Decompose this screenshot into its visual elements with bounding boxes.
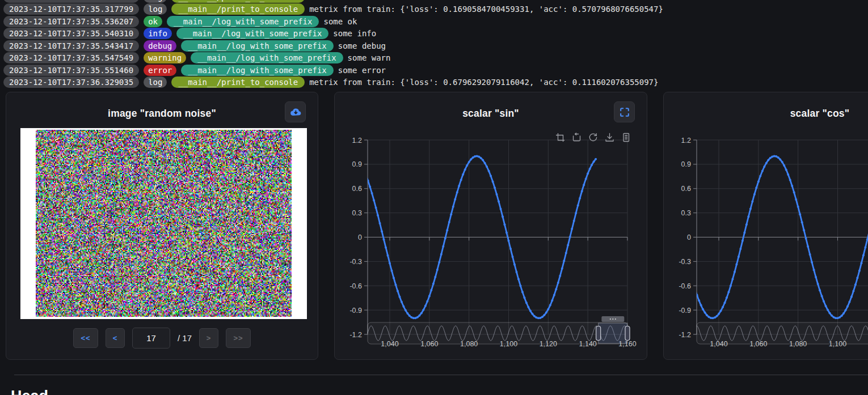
svg-text:0: 0 bbox=[687, 233, 691, 241]
section-divider bbox=[14, 375, 868, 375]
log-level-badge: info bbox=[144, 28, 172, 39]
noise-figure bbox=[20, 128, 307, 319]
log-level-badge: log bbox=[144, 77, 167, 88]
page-input[interactable] bbox=[132, 328, 170, 349]
svg-text:0.9: 0.9 bbox=[352, 160, 362, 168]
log-row: 2023-12-10T17:37:35.551460error__main__/… bbox=[3, 64, 663, 77]
scalar-sin-card: scalar "sin" bbox=[334, 92, 647, 360]
download-image-button[interactable] bbox=[285, 101, 306, 122]
log-message: metrix from train: {'loss': 0.6796292079… bbox=[309, 78, 658, 87]
log-level-badge: warning bbox=[144, 52, 186, 63]
log-source-badge: __main__/log_with_some_prefix bbox=[167, 16, 319, 27]
pagination: << < / 17 > >> bbox=[6, 328, 318, 349]
log-source-badge: __main__/log_with_some_prefix bbox=[176, 28, 328, 39]
log-timestamp: 2023-12-10T17:37:35.540310 bbox=[3, 28, 139, 39]
svg-text:-0.9: -0.9 bbox=[349, 307, 362, 315]
svg-text:-1.2: -1.2 bbox=[679, 331, 691, 339]
log-level-badge: debug bbox=[144, 40, 176, 52]
log-message: some ok bbox=[323, 17, 357, 26]
svg-text:-0.9: -0.9 bbox=[679, 307, 691, 315]
svg-text:0: 0 bbox=[358, 233, 362, 241]
data-view-icon[interactable] bbox=[621, 133, 631, 142]
datazoom-handle[interactable] bbox=[625, 326, 630, 341]
svg-text:0.9: 0.9 bbox=[681, 160, 691, 168]
log-timestamp: 2023-12-10T17:37:35.543417 bbox=[3, 40, 139, 52]
noise-image bbox=[36, 130, 292, 317]
log-timestamp: 2023-12-10T17:37:35.536207 bbox=[3, 16, 139, 27]
log-source-badge: __main__/print_to_console bbox=[171, 0, 305, 3]
svg-text:0.3: 0.3 bbox=[352, 209, 362, 217]
log-timestamp: 2023-12-10T17:37:35.317799 bbox=[3, 0, 139, 3]
last-page-button[interactable]: >> bbox=[226, 328, 251, 348]
svg-text:-1.2: -1.2 bbox=[349, 331, 362, 339]
next-section-heading: Head bbox=[11, 388, 48, 395]
log-row: 2023-12-10T17:37:36.329035log__main__/pr… bbox=[3, 77, 663, 89]
log-row: 2023-12-10T17:37:35.317799log__main__/pr… bbox=[3, 3, 663, 16]
first-page-button[interactable]: << bbox=[73, 328, 98, 348]
log-timestamp: 2023-12-10T17:37:35.551460 bbox=[3, 65, 139, 76]
svg-text:1.2: 1.2 bbox=[681, 137, 691, 145]
log-level-badge: log bbox=[144, 3, 167, 15]
svg-text:-0.6: -0.6 bbox=[349, 282, 362, 290]
scalar-cos-card: scalar "cos" 1.20.90.60.30-0.3-0.6-0.9-1… bbox=[663, 92, 868, 360]
log-message: some warn bbox=[348, 53, 391, 62]
zoom-select-icon[interactable] bbox=[555, 133, 565, 142]
restore-icon[interactable] bbox=[588, 133, 598, 142]
page-total-label: / 17 bbox=[178, 333, 192, 343]
log-source-badge: __main__/print_to_console bbox=[171, 77, 305, 88]
log-timestamp: 2023-12-10T17:37:35.547549 bbox=[3, 52, 139, 63]
zoom-reset-icon[interactable] bbox=[572, 133, 582, 142]
log-message: some error bbox=[338, 66, 386, 75]
svg-text:-0.6: -0.6 bbox=[679, 282, 691, 290]
image-card-title: image "random noise" bbox=[6, 108, 318, 120]
log-message: some info bbox=[333, 29, 376, 38]
log-level-badge: error bbox=[144, 65, 176, 76]
datazoom-handle[interactable] bbox=[596, 326, 601, 341]
log-message: metrix from train: {'loss': 0.1690584700… bbox=[309, 5, 663, 14]
log-row: 2023-12-10T17:37:35.547549warning__main_… bbox=[3, 52, 663, 65]
svg-text:0.3: 0.3 bbox=[681, 209, 691, 217]
log-console: 2023-12-10T17:37:35.317799log__main__/pr… bbox=[3, 0, 663, 88]
log-row: 2023-12-10T17:37:35.536207ok__main__/log… bbox=[3, 15, 663, 28]
chart-toolbox bbox=[555, 133, 631, 142]
svg-text:-0.3: -0.3 bbox=[349, 258, 362, 266]
log-timestamp: 2023-12-10T17:37:35.317799 bbox=[3, 3, 139, 15]
log-row: 2023-12-10T17:37:35.543417debug__main__/… bbox=[3, 40, 663, 52]
svg-text:-0.3: -0.3 bbox=[679, 258, 691, 266]
log-source-badge: __main__/log_with_some_prefix bbox=[191, 52, 343, 63]
log-source-badge: __main__/log_with_some_prefix bbox=[181, 40, 333, 52]
log-message: some debug bbox=[338, 41, 386, 50]
cos-line-chart[interactable]: 1.20.90.60.30-0.3-0.6-0.9-1.21,0401,0601… bbox=[664, 92, 868, 359]
next-page-button[interactable]: > bbox=[199, 328, 218, 348]
log-level-badge: ok bbox=[144, 16, 162, 27]
svg-text:0.6: 0.6 bbox=[681, 185, 691, 193]
log-source-badge: __main__/log_with_some_prefix bbox=[181, 65, 333, 76]
log-level-badge: log bbox=[144, 0, 167, 3]
prev-page-button[interactable]: < bbox=[106, 328, 125, 348]
image-card: image "random noise" << < / 17 > >> bbox=[6, 92, 318, 360]
log-timestamp: 2023-12-10T17:37:36.329035 bbox=[3, 77, 139, 88]
save-as-image-icon[interactable] bbox=[605, 133, 614, 142]
log-source-badge: __main__/print_to_console bbox=[171, 3, 305, 15]
log-row: 2023-12-10T17:37:35.540310info__main__/l… bbox=[3, 28, 663, 40]
cloud-download-icon bbox=[289, 107, 302, 117]
svg-text:1.2: 1.2 bbox=[352, 137, 362, 145]
svg-text:0.6: 0.6 bbox=[352, 185, 362, 193]
